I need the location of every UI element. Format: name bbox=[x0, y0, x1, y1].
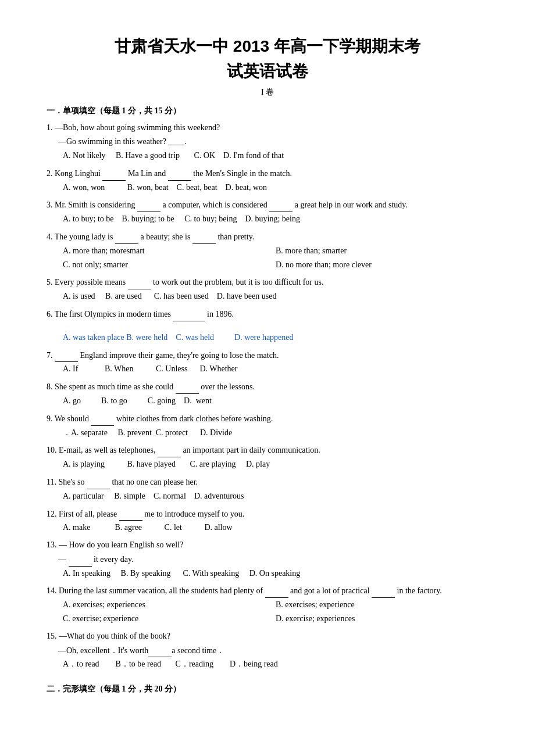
question-11: 11. She's so that no one can please her.… bbox=[47, 475, 488, 503]
question-13: 13. — How do you learn English so well? … bbox=[47, 538, 488, 580]
question-6: 6. The first Olympics in modern times in… bbox=[47, 307, 488, 345]
question-14: 14. During the last summer vacation, all… bbox=[47, 583, 488, 625]
page-container: 甘肃省天水一中 2013 年高一下学期期末考 试英语试卷 I 卷 一．单项填空（… bbox=[47, 35, 488, 694]
section2-title: 二．完形填空（每题 1 分，共 20 分） bbox=[47, 684, 488, 694]
question-8: 8. She spent as much time as she could o… bbox=[47, 379, 488, 408]
question-9: 9. We should white clothes from dark clo… bbox=[47, 411, 488, 440]
question-7: 7. England improve their game, they're g… bbox=[47, 348, 488, 377]
question-10: 10. E-mail, as well as telephones, an im… bbox=[47, 443, 488, 471]
question-5: 5. Every possible means to work out the … bbox=[47, 275, 488, 303]
title-line1: 甘肃省天水一中 2013 年高一下学期期末考 bbox=[47, 35, 488, 58]
question-15: 15. —What do you think of the book? —Oh,… bbox=[47, 629, 488, 671]
question-2: 2. Kong Linghui Ma Lin and the Men's Sin… bbox=[47, 166, 488, 195]
juan-label: I 卷 bbox=[47, 87, 488, 98]
title-line2: 试英语试卷 bbox=[47, 60, 488, 83]
question-3: 3. Mr. Smith is considering a computer, … bbox=[47, 198, 488, 226]
question-12: 12. First of all, please me to introduce… bbox=[47, 507, 488, 535]
question-1: 1. —Bob, how about going swimming this w… bbox=[47, 121, 488, 162]
section1-title: 一．单项填空（每题 1 分，共 15 分） bbox=[47, 106, 488, 116]
question-4: 4. The young lady is a beauty; she is th… bbox=[47, 230, 488, 271]
